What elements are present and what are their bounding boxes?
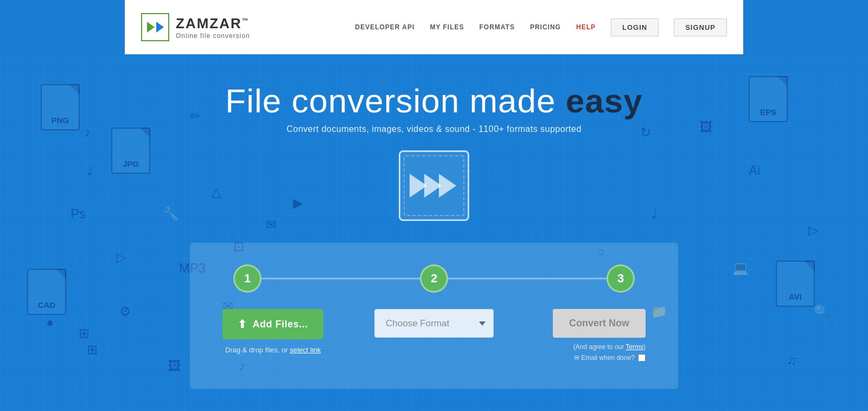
upload-icon: ⬆ xyxy=(238,318,247,331)
bg-laptop-icon: 💻 xyxy=(732,261,749,276)
logo-icon xyxy=(141,13,169,41)
play-arrow-3 xyxy=(439,174,456,198)
step-1-circle: 1 xyxy=(233,264,261,293)
navbar: ZAMZAR™ Online file conversion DEVELOPER… xyxy=(0,0,868,54)
converter-panel: 1 2 3 ⬆ Add Files... Drag & drop files, … xyxy=(190,243,678,389)
arrow-blue xyxy=(156,22,164,33)
terms-link[interactable]: Terms xyxy=(626,343,643,351)
logo-text: ZAMZAR™ Online file conversion xyxy=(176,15,250,40)
bg-music3-icon: ♫ xyxy=(787,353,796,368)
step-2-circle: 2 xyxy=(420,264,448,293)
login-button[interactable]: LOGIN xyxy=(611,18,659,36)
bg-play-icon: ▷ xyxy=(117,250,126,265)
actions-row: ⬆ Add Files... Drag & drop files, or sel… xyxy=(222,309,646,362)
nav-formats[interactable]: FORMATS xyxy=(480,23,515,31)
bg-ai-icon: Ai xyxy=(749,163,760,178)
action-col-3: Convert Now (And agree to our Terms) ✉ E… xyxy=(512,309,646,362)
bg-file-png: PNG xyxy=(41,84,80,130)
select-link[interactable]: select link xyxy=(290,346,321,354)
hero-section: PNG JPG CAD EPS AVI ♪ Ps ▷ ● ⚙ 🔧 ♩ 🖼 Ai … xyxy=(0,54,868,411)
action-col-2: Choose Format xyxy=(367,309,501,338)
email-checkbox[interactable] xyxy=(638,354,646,362)
hero-title-easy: easy xyxy=(566,82,643,119)
bg-person-icon: 👤 xyxy=(266,157,282,173)
bg-wrench-icon: 🔧 xyxy=(163,206,179,222)
agree-text: (And agree to our Terms) xyxy=(573,343,646,351)
bg-photo-icon-r: 🖼 xyxy=(700,119,713,135)
logo-arrows xyxy=(147,22,164,33)
logo-subtitle: Online file conversion xyxy=(176,32,250,40)
action-col-1: ⬆ Add Files... Drag & drop files, or sel… xyxy=(222,309,356,354)
play-arrow-1 xyxy=(410,174,427,198)
nav-help[interactable]: HELP xyxy=(576,23,596,31)
email-row: ✉ Email when done? xyxy=(574,354,646,362)
steps-row: 1 2 3 xyxy=(222,264,646,293)
format-select[interactable]: Choose Format xyxy=(374,309,494,338)
bg-qr-icon: ⊞ xyxy=(87,342,98,357)
nav-pricing[interactable]: PRICING xyxy=(530,23,561,31)
add-files-button[interactable]: ⬆ Add Files... xyxy=(222,309,323,339)
convert-now-button[interactable]: Convert Now xyxy=(553,309,646,338)
bg-music2-icon: ♩ xyxy=(651,206,657,222)
bg-file-avi: AVI xyxy=(776,261,815,307)
bg-music-icon: ♪ xyxy=(84,125,91,140)
step-3-circle: 3 xyxy=(607,264,635,293)
bg-play2-icon: ▶ xyxy=(293,195,303,211)
hero-subtitle: Convert documents, images, videos & soun… xyxy=(225,124,642,134)
bg-settings-icon: ⚙ xyxy=(119,304,131,319)
bg-triangle-icon: △ xyxy=(212,185,221,200)
bg-file-cad: CAD xyxy=(27,269,66,315)
bg-rec-icon: ● xyxy=(46,315,54,330)
bg-file-eps: EPS xyxy=(749,76,788,122)
bg-video-icon: ▷ xyxy=(808,223,818,238)
nav-links: DEVELOPER API MY FILES FORMATS PRICING H… xyxy=(355,18,727,36)
play-arrow-2 xyxy=(424,174,442,198)
bg-code-icon: ⊞ xyxy=(79,326,90,341)
bg-file-jpg: JPG xyxy=(111,128,150,174)
hero-heading: File conversion made easy Convert docume… xyxy=(225,81,642,134)
drag-text: Drag & drop files, or select link xyxy=(225,346,321,354)
bg-note-icon: ♩ xyxy=(87,163,93,178)
arrow-green xyxy=(147,22,155,33)
center-play-icon xyxy=(399,150,469,221)
play-box xyxy=(399,150,469,221)
bg-img-icon: 🖼 xyxy=(168,358,181,374)
email-label: ✉ Email when done? xyxy=(574,354,635,362)
nav-my-files[interactable]: MY FILES xyxy=(430,23,464,31)
nav-developer-api[interactable]: DEVELOPER API xyxy=(355,23,414,31)
play-arrows xyxy=(412,174,456,198)
bg-search-icon: 🔍 xyxy=(814,304,830,319)
navbar-inner: ZAMZAR™ Online file conversion DEVELOPER… xyxy=(125,0,743,54)
bg-email-icon: ✉ xyxy=(266,217,277,232)
logo-area: ZAMZAR™ Online file conversion xyxy=(141,13,250,41)
hero-title: File conversion made easy xyxy=(225,81,642,120)
bg-ps-icon: Ps xyxy=(71,206,86,222)
bg-pencil-icon: ✏ xyxy=(190,109,201,124)
logo-title: ZAMZAR™ xyxy=(176,15,250,32)
signup-button[interactable]: SIGNUP xyxy=(674,18,727,36)
